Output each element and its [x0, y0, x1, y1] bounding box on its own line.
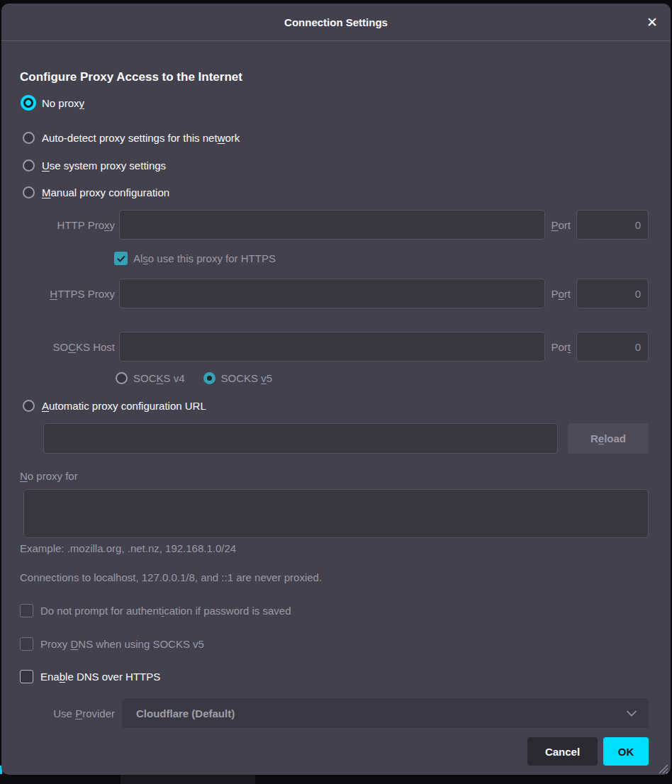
no-prompt-auth-row[interactable]: Do not prompt for authentication if pass…	[20, 603, 649, 618]
provider-row: Use Provider Cloudflare (Default)	[20, 698, 649, 728]
connection-settings-dialog: Connection Settings ✕ Configure Proxy Ac…	[1, 4, 671, 775]
http-port-input[interactable]: 0	[576, 210, 649, 240]
example-row: Example: .mozilla.org, .net.nz, 192.168.…	[20, 540, 649, 556]
dialog-titlebar: Connection Settings ✕	[1, 4, 671, 41]
proxy-dns-checkbox[interactable]	[20, 637, 33, 651]
also-https-checkbox[interactable]	[114, 252, 128, 265]
socks-v5-radio[interactable]	[203, 372, 215, 384]
localhost-note-row: Connections to localhost, 127.0.0.1/8, a…	[20, 569, 649, 585]
also-https-label[interactable]: Also use this proxy for HTTPS	[133, 252, 276, 264]
http-proxy-label: HTTP Proxy	[20, 219, 115, 231]
radio-row-auto-detect[interactable]: Auto-detect proxy settings for this netw…	[20, 128, 649, 147]
https-port-label: Port	[551, 288, 571, 300]
close-icon[interactable]: ✕	[646, 16, 658, 29]
background-page-strip	[121, 775, 255, 784]
socks-host-input[interactable]	[119, 332, 545, 362]
http-port-label: Port	[551, 219, 571, 231]
proxy-dns-row[interactable]: Proxy DNS when using SOCKS v5	[20, 637, 649, 651]
no-proxy-for-row: No proxy for	[20, 468, 649, 483]
auto-detect-label[interactable]: Auto-detect proxy settings for this netw…	[42, 132, 240, 144]
https-proxy-input[interactable]	[119, 279, 545, 308]
enable-doh-checkbox[interactable]	[20, 670, 33, 683]
automatic-url-row: Reload	[43, 423, 649, 454]
auto-detect-radio[interactable]	[23, 132, 35, 144]
no-proxy-label[interactable]: No proxy	[42, 97, 84, 109]
use-provider-label: Use Provider	[20, 707, 115, 719]
reload-button[interactable]: Reload	[568, 423, 649, 454]
proxy-dns-label[interactable]: Proxy DNS when using SOCKS v5	[40, 638, 204, 650]
https-proxy-row: HTTPS Proxy Port 0	[20, 279, 649, 308]
example-text: Example: .mozilla.org, .net.nz, 192.168.…	[20, 542, 236, 554]
socks-v4-label[interactable]: SOCKS v4	[133, 372, 185, 384]
manual-proxy-label[interactable]: Manual proxy configuration	[42, 186, 169, 198]
automatic-proxy-radio[interactable]	[23, 400, 35, 412]
socks-host-row: SOCKS Host Port 0	[20, 332, 649, 362]
automatic-proxy-label[interactable]: Automatic proxy configuration URL	[42, 400, 206, 412]
provider-select[interactable]: Cloudflare (Default)	[122, 698, 649, 728]
radio-row-system-proxy[interactable]: Use system proxy settings	[20, 156, 649, 174]
socks-v4-radio[interactable]	[116, 372, 128, 384]
https-proxy-label: HTTPS Proxy	[20, 288, 115, 300]
radio-row-no-proxy[interactable]: No proxy	[20, 94, 649, 112]
socks-version-row: SOCKS v4 SOCKS v5	[116, 371, 649, 386]
radio-row-automatic-proxy[interactable]: Automatic proxy configuration URL	[20, 398, 649, 413]
no-prompt-auth-checkbox[interactable]	[20, 604, 33, 617]
check-icon	[117, 255, 125, 262]
radio-row-manual-proxy[interactable]: Manual proxy configuration	[20, 183, 649, 201]
chevron-down-icon	[626, 710, 637, 717]
socks-host-label: SOCKS Host	[20, 341, 115, 353]
dialog-button-row: Cancel OK	[527, 737, 649, 766]
automatic-url-input[interactable]	[43, 423, 558, 454]
manual-proxy-radio[interactable]	[23, 186, 35, 198]
system-proxy-label[interactable]: Use system proxy settings	[42, 159, 166, 172]
http-proxy-input[interactable]	[119, 210, 545, 240]
no-proxy-for-textarea[interactable]	[23, 489, 649, 538]
page-title: Configure Proxy Access to the Internet	[20, 70, 242, 84]
ok-button[interactable]: OK	[603, 737, 649, 766]
dialog-title: Connection Settings	[284, 16, 388, 28]
also-https-row[interactable]: Also use this proxy for HTTPS	[114, 251, 649, 266]
no-proxy-radio[interactable]	[21, 95, 36, 111]
socks-port-input[interactable]: 0	[576, 332, 649, 362]
no-proxy-for-label: No proxy for	[20, 470, 78, 482]
resize-grip-icon[interactable]	[658, 763, 668, 777]
cancel-button[interactable]: Cancel	[527, 737, 598, 766]
https-port-input[interactable]: 0	[576, 279, 649, 308]
localhost-note-text: Connections to localhost, 127.0.0.1/8, a…	[20, 571, 322, 583]
socks-port-label: Port	[551, 341, 571, 353]
provider-selected-value: Cloudflare (Default)	[136, 707, 235, 719]
no-prompt-auth-label[interactable]: Do not prompt for authentication if pass…	[40, 605, 291, 617]
socks-v5-label[interactable]: SOCKS v5	[221, 372, 273, 384]
system-proxy-radio[interactable]	[23, 159, 35, 172]
enable-doh-label[interactable]: Enable DNS over HTTPS	[40, 671, 160, 683]
http-proxy-row: HTTP Proxy Port 0	[20, 210, 649, 240]
enable-doh-row[interactable]: Enable DNS over HTTPS	[20, 669, 649, 684]
